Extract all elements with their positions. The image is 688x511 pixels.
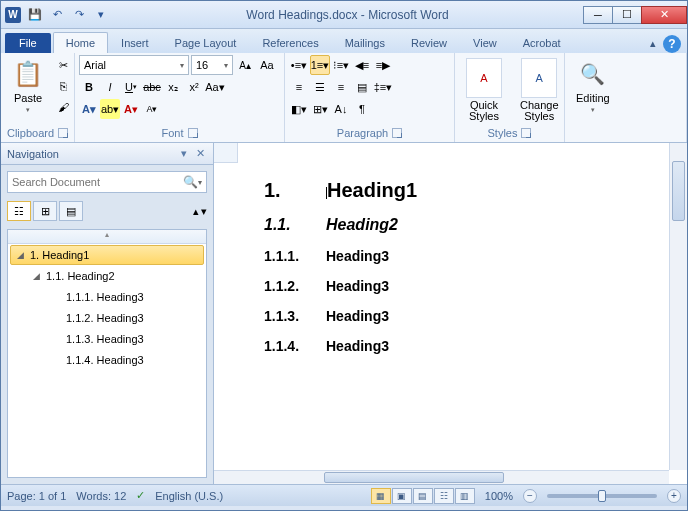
nav-menu-button[interactable]: ▾ (177, 147, 191, 161)
print-layout-view[interactable]: ▦ (371, 488, 391, 504)
tab-view[interactable]: View (460, 32, 510, 53)
heading-line[interactable]: 1.1.Heading2 (264, 216, 663, 234)
search-input[interactable] (12, 176, 183, 188)
nav-item[interactable]: 1.1.4. Heading3 (10, 350, 204, 370)
search-icon[interactable]: 🔍 (183, 175, 198, 189)
decrease-indent-button[interactable]: ◀≡ (352, 55, 372, 75)
editing-button[interactable]: 🔍 Editing ▾ (569, 55, 617, 117)
nav-item[interactable]: 1.1.1. Heading3 (10, 287, 204, 307)
font-size-combo[interactable]: 16▾ (191, 55, 233, 75)
customize-qat-button[interactable]: ▾ (91, 5, 111, 25)
clear-formatting-button[interactable]: Aa (257, 55, 277, 75)
heading-line[interactable]: 1.Heading1 (264, 179, 663, 202)
horizontal-scrollbar[interactable] (214, 470, 669, 484)
tab-insert[interactable]: Insert (108, 32, 162, 53)
change-styles-button[interactable]: A Change Styles (513, 55, 566, 125)
cut-button[interactable]: ✂ (53, 55, 73, 75)
web-layout-view[interactable]: ▤ (413, 488, 433, 504)
tab-mailings[interactable]: Mailings (332, 32, 398, 53)
heading-line[interactable]: 1.1.2.Heading3 (264, 278, 663, 294)
font-color-button[interactable]: A▾ (121, 99, 141, 119)
align-left-button[interactable]: ≡ (289, 77, 309, 97)
heading-line[interactable]: 1.1.4.Heading3 (264, 338, 663, 354)
minimize-ribbon-button[interactable]: ▴ (643, 33, 663, 53)
nav-pages-view[interactable]: ⊞ (33, 201, 57, 221)
align-center-button[interactable]: ☰ (310, 77, 330, 97)
styles-launcher[interactable] (521, 128, 531, 138)
tab-home[interactable]: Home (53, 32, 108, 53)
tab-page-layout[interactable]: Page Layout (162, 32, 250, 53)
nav-headings-view[interactable]: ☷ (7, 201, 31, 221)
font-name-combo[interactable]: Arial▾ (79, 55, 189, 75)
nav-item[interactable]: 1.1.3. Heading3 (10, 329, 204, 349)
copy-button[interactable]: ⎘ (53, 76, 73, 96)
tab-review[interactable]: Review (398, 32, 460, 53)
nav-results-view[interactable]: ▤ (59, 201, 83, 221)
heading-line[interactable]: 1.1.3.Heading3 (264, 308, 663, 324)
borders-button[interactable]: ⊞▾ (310, 99, 330, 119)
nav-item[interactable]: 1.1.2. Heading3 (10, 308, 204, 328)
clipboard-launcher[interactable] (58, 128, 68, 138)
language-status[interactable]: English (U.S.) (155, 490, 223, 502)
show-marks-button[interactable]: ¶ (352, 99, 372, 119)
zoom-in-button[interactable]: + (667, 489, 681, 503)
italic-button[interactable]: I (100, 77, 120, 97)
expand-icon[interactable]: ◢ (33, 271, 43, 281)
numbering-button[interactable]: 1≡▾ (310, 55, 330, 75)
increase-indent-button[interactable]: ≡▶ (373, 55, 393, 75)
nav-close-button[interactable]: ✕ (193, 147, 207, 161)
shading-button[interactable]: ◧▾ (289, 99, 309, 119)
subscript-button[interactable]: x₂ (163, 77, 183, 97)
shrink-font-button[interactable]: A▾ (142, 99, 162, 119)
sort-button[interactable]: A↓ (331, 99, 351, 119)
quick-styles-button[interactable]: A Quick Styles (459, 55, 509, 125)
zoom-knob[interactable] (598, 490, 606, 502)
nav-item[interactable]: ◢1. Heading1 (10, 245, 204, 265)
save-button[interactable]: 💾 (25, 5, 45, 25)
maximize-button[interactable]: ☐ (612, 6, 642, 24)
tab-acrobat[interactable]: Acrobat (510, 32, 574, 53)
zoom-slider[interactable] (547, 494, 657, 498)
superscript-button[interactable]: x² (184, 77, 204, 97)
redo-button[interactable]: ↷ (69, 5, 89, 25)
highlight-button[interactable]: ab▾ (100, 99, 120, 119)
format-painter-button[interactable]: 🖌 (53, 97, 73, 117)
document-area[interactable]: ⊟ 1.Heading11.1.Heading21.1.1.Heading31.… (214, 143, 687, 484)
vertical-scrollbar[interactable] (669, 143, 687, 470)
app-icon[interactable]: W (5, 7, 21, 23)
proofing-icon[interactable]: ✓ (136, 489, 145, 502)
word-count[interactable]: Words: 12 (76, 490, 126, 502)
text-effects-button[interactable]: A▾ (79, 99, 99, 119)
outline-view[interactable]: ☷ (434, 488, 454, 504)
search-box[interactable]: 🔍▾ (7, 171, 207, 193)
help-icon[interactable]: ? (663, 35, 681, 53)
full-screen-view[interactable]: ▣ (392, 488, 412, 504)
tab-references[interactable]: References (249, 32, 331, 53)
hscroll-thumb[interactable] (324, 472, 504, 483)
close-button[interactable]: ✕ (641, 6, 687, 24)
zoom-level[interactable]: 100% (485, 490, 513, 502)
nav-next-button[interactable]: ▾ (201, 205, 207, 218)
strikethrough-button[interactable]: abc (142, 77, 162, 97)
bullets-button[interactable]: •≡▾ (289, 55, 309, 75)
grow-font-button[interactable]: A▴ (235, 55, 255, 75)
nav-item[interactable]: ◢1.1. Heading2 (10, 266, 204, 286)
bold-button[interactable]: B (79, 77, 99, 97)
expand-icon[interactable]: ◢ (17, 250, 27, 260)
change-case-button[interactable]: Aa▾ (205, 77, 225, 97)
paragraph-launcher[interactable] (392, 128, 402, 138)
zoom-out-button[interactable]: − (523, 489, 537, 503)
underline-button[interactable]: U▾ (121, 77, 141, 97)
nav-scroll-up[interactable]: ▴ (8, 230, 206, 244)
file-tab[interactable]: File (5, 33, 51, 53)
heading-line[interactable]: 1.1.1.Heading3 (264, 248, 663, 264)
multilevel-list-button[interactable]: ⁝≡▾ (331, 55, 351, 75)
page-status[interactable]: Page: 1 of 1 (7, 490, 66, 502)
undo-button[interactable]: ↶ (47, 5, 67, 25)
draft-view[interactable]: ▥ (455, 488, 475, 504)
justify-button[interactable]: ▤ (352, 77, 372, 97)
align-right-button[interactable]: ≡ (331, 77, 351, 97)
font-launcher[interactable] (188, 128, 198, 138)
vscroll-thumb[interactable] (672, 161, 685, 221)
line-spacing-button[interactable]: ‡≡▾ (373, 77, 393, 97)
